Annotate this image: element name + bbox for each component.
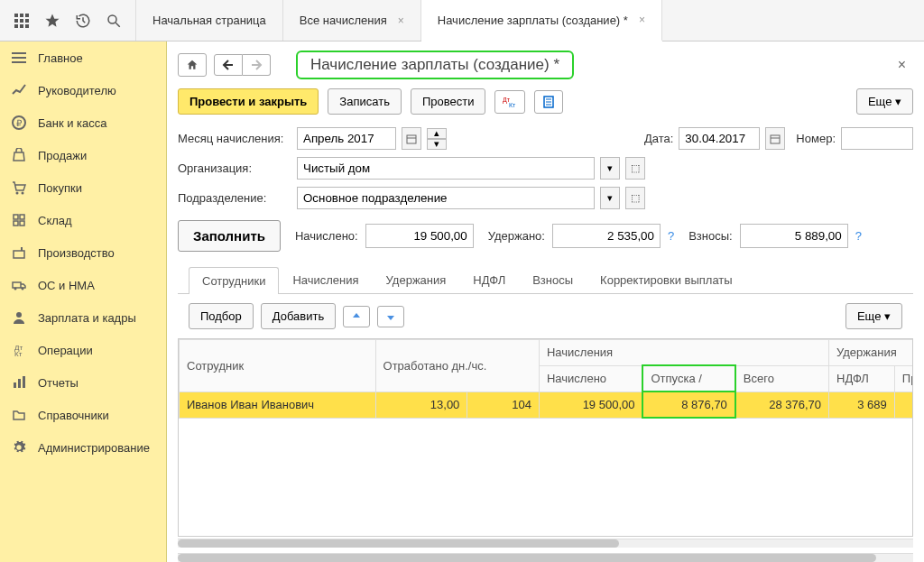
col-accruals[interactable]: Начисления [539, 340, 828, 366]
cell-total[interactable]: 28 376,70 [735, 392, 829, 418]
open-button[interactable]: ⬚ [625, 187, 645, 209]
sidebar: Главное Руководителю ₽Банк и касса Прода… [0, 41, 167, 562]
svg-rect-12 [12, 57, 26, 59]
svg-rect-32 [23, 376, 25, 388]
org-field[interactable] [297, 157, 595, 180]
month-down-button[interactable]: ▾ [427, 139, 447, 150]
sidebar-item-reference[interactable]: Справочники [0, 399, 166, 431]
subtab-accruals[interactable]: Начисления [279, 266, 372, 293]
col-worked[interactable]: Отработано дн./чс. [375, 340, 539, 392]
date-field[interactable] [679, 127, 760, 150]
scrollbar-thumb[interactable] [178, 539, 619, 548]
sidebar-item-label: Склад [38, 214, 72, 227]
close-icon[interactable]: × [639, 14, 645, 26]
svg-rect-20 [14, 221, 18, 226]
move-up-button[interactable] [343, 306, 370, 327]
nav-forward-button[interactable] [243, 54, 271, 76]
dtkt-button[interactable]: ДтКт [494, 90, 525, 114]
col-accrued[interactable]: Начислено [539, 365, 642, 392]
user-icon [11, 309, 27, 326]
cell-other[interactable] [894, 392, 913, 418]
scrollbar-thumb[interactable] [178, 554, 876, 562]
subtab-employees[interactable]: Сотрудники [189, 267, 279, 294]
col-withholdings[interactable]: Удержания [829, 340, 913, 366]
chart-icon [11, 82, 27, 98]
page-scrollbar[interactable] [178, 553, 913, 562]
col-ndfl[interactable]: НДФЛ [829, 365, 895, 392]
money-icon: ₽ [11, 115, 27, 131]
svg-rect-3 [14, 19, 18, 23]
col-total[interactable]: Всего [735, 365, 829, 392]
save-button[interactable]: Записать [328, 88, 402, 115]
post-close-button[interactable]: Провести и закрыть [178, 88, 319, 115]
sidebar-item-salary[interactable]: Зарплата и кадры [0, 301, 166, 334]
subtab-contributions[interactable]: Взносы [519, 266, 587, 293]
sidebar-item-production[interactable]: Производство [0, 236, 166, 269]
close-button[interactable]: × [891, 53, 913, 77]
sidebar-item-label: Главное [38, 51, 83, 65]
sidebar-item-purchases[interactable]: Покупки [0, 171, 166, 204]
col-employee[interactable]: Сотрудник [180, 340, 376, 392]
tab-current[interactable]: Начисление зарплаты (создание) *× [421, 0, 662, 41]
col-other[interactable]: Про [894, 365, 913, 392]
sidebar-item-home[interactable]: Главное [0, 41, 166, 74]
sidebar-item-sales[interactable]: Продажи [0, 139, 166, 171]
svg-rect-30 [14, 382, 16, 388]
move-down-button[interactable] [377, 306, 404, 327]
gear-icon [11, 439, 27, 456]
sidebar-item-stock[interactable]: Склад [0, 204, 166, 236]
open-button[interactable]: ⬚ [625, 157, 645, 180]
calendar-button[interactable] [402, 127, 421, 150]
sidebar-item-bank[interactable]: ₽Банк и касса [0, 106, 166, 139]
grid-more-button[interactable]: Еще ▾ [845, 303, 902, 329]
add-button[interactable]: Добавить [261, 303, 336, 329]
subtab-ndfl[interactable]: НДФЛ [459, 266, 519, 293]
search-icon[interactable] [105, 12, 123, 30]
month-label: Месяц начисления: [178, 132, 291, 145]
unit-field[interactable] [297, 187, 595, 209]
cell-accrued[interactable]: 19 500,00 [539, 392, 642, 418]
horizontal-scrollbar[interactable] [178, 539, 913, 548]
post-button[interactable]: Провести [411, 88, 486, 115]
month-up-button[interactable]: ▴ [427, 128, 447, 139]
sidebar-item-operations[interactable]: ДтКтОперации [0, 334, 166, 366]
calendar-button[interactable] [765, 127, 785, 150]
contrib-field[interactable] [740, 224, 848, 248]
withheld-field[interactable] [552, 224, 661, 248]
svg-rect-6 [14, 24, 18, 28]
fill-button[interactable]: Заполнить [178, 220, 281, 252]
sidebar-item-manager[interactable]: Руководителю [0, 74, 166, 106]
subtab-corrections[interactable]: Корректировки выплаты [587, 266, 746, 293]
data-grid[interactable]: Сотрудник Отработано дн./чс. Начисления … [178, 338, 913, 537]
accrued-field[interactable] [365, 224, 474, 248]
apps-icon[interactable] [13, 12, 31, 30]
cell-hours[interactable]: 104 [467, 392, 540, 418]
star-icon[interactable] [43, 12, 61, 30]
table-row[interactable]: Иванов Иван Иванович 13,00 104 19 500,00… [180, 392, 914, 418]
sidebar-item-assets[interactable]: ОС и НМА [0, 269, 166, 301]
tab-all[interactable]: Все начисления× [283, 0, 421, 41]
sidebar-item-admin[interactable]: Администрирование [0, 431, 166, 464]
help-icon[interactable]: ? [855, 229, 862, 243]
dropdown-button[interactable]: ▾ [600, 187, 620, 209]
cell-vacation[interactable]: 8 876,70 [642, 392, 735, 418]
tab-home[interactable]: Начальная страница [136, 0, 283, 41]
sidebar-item-reports[interactable]: Отчеты [0, 366, 166, 399]
cell-days[interactable]: 13,00 [375, 392, 467, 418]
home-button[interactable] [178, 53, 207, 77]
help-icon[interactable]: ? [668, 229, 674, 243]
cell-ndfl[interactable]: 3 689 [829, 392, 895, 418]
history-icon[interactable] [74, 12, 92, 30]
nav-back-button[interactable] [214, 54, 243, 76]
month-field[interactable] [297, 127, 396, 150]
close-icon[interactable]: × [398, 14, 404, 27]
document-button[interactable] [534, 90, 563, 114]
dropdown-button[interactable]: ▾ [600, 157, 620, 180]
pick-button[interactable]: Подбор [189, 303, 254, 329]
col-vacation[interactable]: Отпуска / [642, 365, 735, 392]
cell-name[interactable]: Иванов Иван Иванович [180, 392, 376, 418]
subtab-withholdings[interactable]: Удержания [373, 266, 460, 293]
number-field[interactable] [841, 127, 913, 150]
more-button[interactable]: Еще ▾ [856, 88, 913, 115]
chevron-down-icon: ▾ [895, 95, 901, 108]
